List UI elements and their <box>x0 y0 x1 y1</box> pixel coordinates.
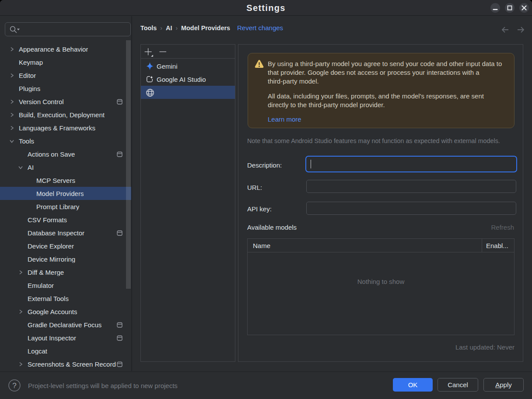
svg-text:?: ? <box>12 382 16 390</box>
